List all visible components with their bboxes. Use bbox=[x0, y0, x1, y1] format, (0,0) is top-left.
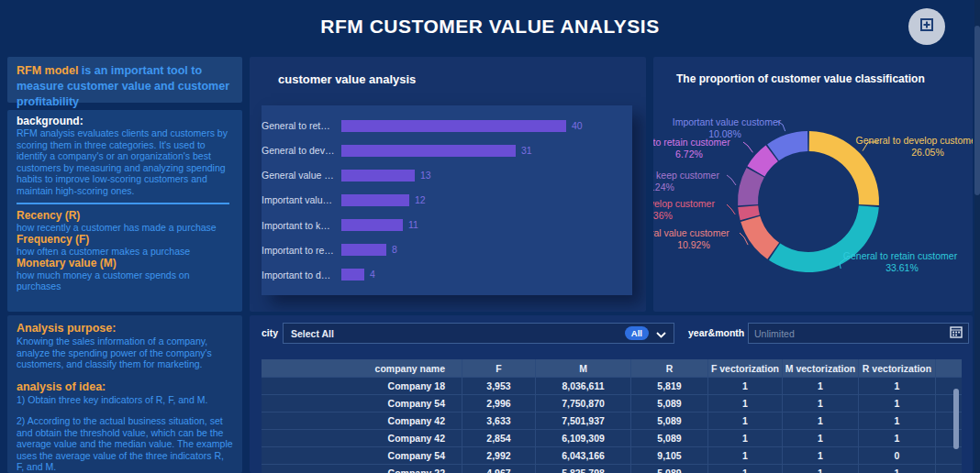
bar-row: General to develop customer31 bbox=[262, 138, 632, 162]
donut-slice[interactable] bbox=[769, 205, 879, 272]
bar-category-label: Important to retain customer bbox=[262, 245, 335, 256]
donut-chart bbox=[653, 57, 973, 312]
table-cell: 0 bbox=[859, 447, 936, 464]
table-cell: Company 54 bbox=[262, 395, 462, 412]
bar[interactable] bbox=[341, 219, 403, 231]
bar-category-label: General to develop customer bbox=[262, 145, 335, 156]
bar-row: General to retain customer40 bbox=[262, 114, 632, 138]
table-cell: Company 18 bbox=[262, 378, 462, 394]
table-row[interactable]: Company 183,9538,036,6115,819111 bbox=[262, 377, 962, 394]
year-month-field bbox=[748, 323, 969, 344]
bar-value-label: 12 bbox=[415, 194, 426, 205]
table-row[interactable]: Company 542,9967,750,8705,089111 bbox=[262, 394, 962, 412]
donut-slice-percent: 9.24% bbox=[653, 182, 674, 192]
table-cell: 1 bbox=[783, 430, 859, 446]
idea-item-2: 2) According to the actual business situ… bbox=[17, 415, 233, 473]
bar[interactable] bbox=[341, 120, 566, 132]
donut-slice-label: Important value customer bbox=[673, 116, 781, 127]
table-cell: 3,953 bbox=[462, 378, 536, 394]
bar-chart-panel: customer value analysis General to retai… bbox=[250, 57, 646, 312]
table-cell: 8,036,611 bbox=[536, 378, 631, 394]
bar[interactable] bbox=[341, 194, 409, 206]
table-header-cell: F vectorization bbox=[708, 359, 783, 377]
city-select[interactable]: Select All All bbox=[283, 323, 674, 344]
table-cell: 6,109,309 bbox=[536, 430, 631, 446]
table-cell: 2,992 bbox=[462, 447, 536, 464]
bar-row: Important to keep customer11 bbox=[262, 214, 632, 237]
bar[interactable] bbox=[341, 170, 415, 182]
page-scrollbar-thumb[interactable] bbox=[974, 26, 980, 195]
calendar-icon[interactable] bbox=[950, 325, 963, 342]
bar-value-label: 40 bbox=[572, 120, 583, 131]
table-cell: 7,501,937 bbox=[536, 412, 631, 429]
table-row-gutter bbox=[936, 465, 962, 473]
donut-slice-percent: 10.92% bbox=[677, 239, 710, 250]
bar[interactable] bbox=[341, 244, 386, 256]
table-row[interactable]: Company 542,9926,043,1669,105110 bbox=[262, 446, 962, 464]
bar-chart: General to retain customer40General to d… bbox=[262, 105, 632, 295]
metric-monetary: Monetary value (M) how much money a cust… bbox=[17, 258, 233, 292]
bar-value-label: 31 bbox=[521, 145, 532, 156]
table-cell: 2,996 bbox=[462, 395, 536, 412]
company-table: company nameFMRF vectorizationM vectoriz… bbox=[262, 359, 962, 473]
table-header-cell: company name bbox=[262, 359, 462, 377]
table-header-cell: R bbox=[631, 359, 708, 377]
table-cell: 9,105 bbox=[631, 447, 708, 464]
bar-track: 8 bbox=[341, 244, 632, 256]
bar-category-label: Important to keep customer bbox=[262, 220, 335, 231]
donut-slice-label: Important to develop customer bbox=[653, 198, 715, 209]
city-select-value: Select All bbox=[291, 328, 625, 339]
bar-row: Important to retain customer8 bbox=[262, 238, 632, 262]
table-row[interactable]: Company 422,8546,109,3095,089111 bbox=[262, 429, 962, 446]
city-all-badge: All bbox=[625, 326, 649, 340]
table-cell: 5,089 bbox=[631, 395, 708, 412]
donut-label-connector bbox=[727, 204, 735, 214]
donut-slice-label: Important to keep customer bbox=[653, 170, 719, 181]
table-cell: 6,043,166 bbox=[536, 447, 631, 464]
table-row[interactable]: Company 224,9675,825,7985,089111 bbox=[262, 464, 962, 473]
donut-slice[interactable] bbox=[741, 216, 779, 259]
bar-category-label: General value customer bbox=[262, 170, 335, 181]
intro-text: RFM model is an important tool to measur… bbox=[17, 63, 233, 110]
bar-track: 40 bbox=[341, 120, 632, 132]
table-cell: Company 22 bbox=[262, 465, 462, 473]
chevron-down-icon bbox=[656, 325, 666, 342]
bar[interactable] bbox=[341, 269, 364, 280]
idea-item-1: 1) Obtain three key indicators of R, F, … bbox=[17, 394, 233, 406]
table-cell: Company 54 bbox=[262, 447, 462, 464]
table-cell: 1 bbox=[859, 430, 936, 446]
table-cell: 7,750,870 bbox=[536, 395, 631, 412]
donut-label-connector bbox=[727, 175, 736, 185]
year-month-input[interactable] bbox=[754, 328, 950, 339]
bar-value-label: 11 bbox=[408, 219, 418, 230]
table-cell: 1 bbox=[783, 447, 859, 464]
page-scrollbar[interactable] bbox=[974, 0, 980, 473]
bar[interactable] bbox=[341, 145, 516, 157]
table-header-cell: R vectorization bbox=[859, 359, 936, 377]
table-cell: 1 bbox=[708, 430, 783, 446]
donut-chart-panel: The proportion of customer value classif… bbox=[653, 57, 973, 312]
table-row[interactable]: Company 423,6337,501,9375,089111 bbox=[262, 412, 962, 429]
donut-slice-percent: 26.05% bbox=[911, 147, 944, 158]
table-scrollbar[interactable] bbox=[953, 389, 959, 449]
bar-chart-title: customer value analysis bbox=[278, 72, 416, 86]
table-cell: 4,967 bbox=[462, 465, 536, 473]
donut-slice-label: General value customer bbox=[653, 227, 729, 238]
table-cell: 1 bbox=[783, 412, 859, 429]
bar-category-label: General to retain customer bbox=[262, 120, 335, 131]
idea-heading: analysis of idea: bbox=[17, 380, 233, 394]
table-cell: Company 42 bbox=[262, 430, 462, 446]
table-cell: 1 bbox=[783, 378, 859, 394]
donut-slice-label: General to develop customer bbox=[856, 135, 973, 146]
table-cell: 1 bbox=[708, 465, 783, 473]
table-cell: 1 bbox=[708, 412, 783, 429]
metric-recency: Recency (R) how recently a customer has … bbox=[17, 210, 233, 233]
table-cell: 1 bbox=[783, 395, 859, 412]
table-cell: 1 bbox=[708, 447, 783, 464]
divider bbox=[17, 203, 229, 204]
expand-button[interactable] bbox=[908, 8, 945, 45]
city-filter-label: city bbox=[262, 327, 278, 338]
table-cell: 2,854 bbox=[462, 430, 536, 446]
background-body: RFM analysis evaluates clients and custo… bbox=[17, 127, 233, 196]
metric-frequency: Frequency (F) how often a customer makes… bbox=[17, 234, 233, 257]
